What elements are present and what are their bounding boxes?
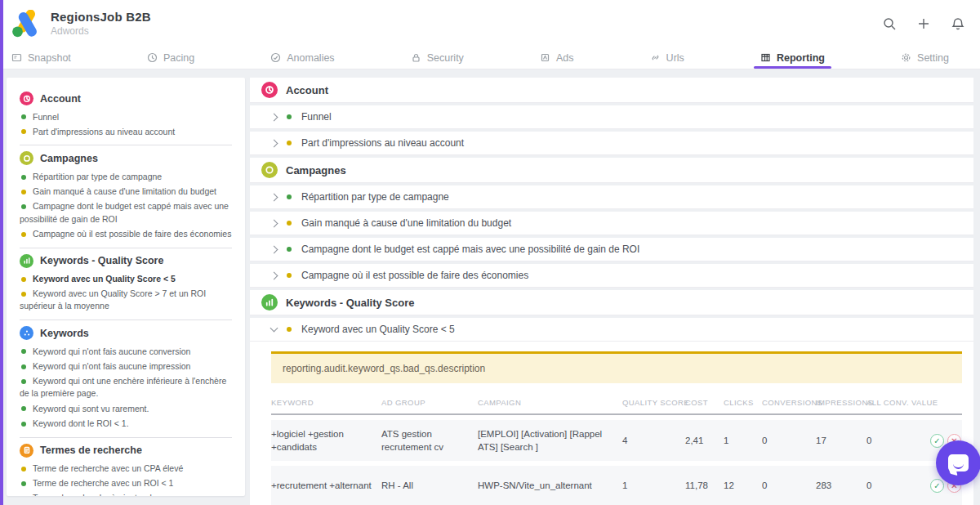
sidebar-item-economies[interactable]: Campagne où il est possible de faire des… (20, 226, 232, 241)
column-header-quality-score: QUALITY SCORE (622, 398, 685, 407)
quality-score-icon (20, 254, 33, 268)
bullet-icon (21, 364, 26, 369)
tab-security[interactable]: Security (408, 47, 467, 69)
cell-keyword: +logiciel +gestion +candidats (271, 427, 381, 454)
bullet-icon (21, 422, 26, 427)
report-row-budget-cappe[interactable]: Campagne dont le budget est cappé mais a… (250, 238, 973, 261)
search-icon[interactable] (882, 16, 897, 31)
bullet-icon (21, 467, 26, 471)
section-header-campagnes: Campagnes (250, 158, 973, 183)
chevron-right-icon[interactable] (270, 271, 278, 279)
cell-campaign: [EMPLOI] [Activation] [Rappel ATS] [Sear… (478, 427, 622, 454)
tab-setting[interactable]: Setting (898, 47, 952, 69)
bullet-icon (21, 379, 26, 384)
tab-snapshot[interactable]: Snapshot (8, 47, 74, 69)
tab-label: Snapshot (28, 52, 71, 64)
column-header-clicks: CLICKS (724, 398, 762, 407)
section-header-keywords-quality-score: Keywords - Quality Score (250, 290, 973, 315)
sidebar-item-gain-manque[interactable]: Gain manqué à cause d'une limitation du … (20, 185, 232, 199)
campaigns-icon (261, 162, 278, 178)
sidebar-section-campagnes: Campagnes Répartition par type de campag… (20, 145, 232, 248)
tab-label: Urls (666, 52, 684, 64)
sidebar-item-kw-no-conversion[interactable]: Keyword qui n'ont fais aucune conversion (20, 344, 232, 359)
sidebar-item-terme-roi[interactable]: Terme de recherche avec un ROI < 1 (20, 476, 232, 491)
sidebar-item-kw-roi[interactable]: Keyword dont le ROI < 1. (20, 416, 232, 431)
column-header-campaign: CAMPAIGN (478, 398, 622, 407)
sidebar-section-title: Termes de recherche (40, 445, 142, 456)
bullet-icon (21, 406, 26, 411)
sidebar-item-part-impressions[interactable]: Part d'impressions au niveau account (20, 124, 232, 139)
sidebar-item-funnel[interactable]: Funnel (20, 109, 232, 124)
tab-urls[interactable]: Urls (647, 47, 688, 69)
google-ads-logo-icon (11, 10, 42, 38)
bullet-icon (21, 232, 26, 237)
report-row-label: Campagne dont le budget est cappé mais a… (301, 244, 639, 255)
report-row-funnel[interactable]: Funnel (250, 105, 973, 129)
tab-pacing[interactable]: Pacing (144, 47, 198, 69)
chat-bubble-icon (948, 454, 969, 471)
section-title: Account (286, 84, 328, 96)
chevron-right-icon[interactable] (270, 245, 278, 253)
tab-label: Setting (917, 52, 949, 64)
report-row-label: Funnel (301, 111, 332, 123)
anomalies-icon (270, 52, 281, 63)
bullet-icon (287, 247, 292, 252)
left-accent-strip (0, 0, 3, 505)
report-row-repartition[interactable]: Répartition par type de campagne (250, 185, 973, 209)
cell-conversions: 0 (762, 479, 816, 492)
notifications-icon[interactable] (951, 16, 965, 31)
section-title: Keywords - Quality Score (286, 297, 415, 309)
report-row-label: Gain manqué à cause d'une limitation du … (301, 217, 511, 229)
tab-ads[interactable]: Ads (537, 47, 577, 69)
sidebar-item-kw-enchere[interactable]: Keyword qui ont une enchère inférieure à… (20, 374, 232, 401)
chevron-right-icon[interactable] (270, 113, 278, 121)
search-terms-icon (20, 444, 33, 458)
keywords-icon (20, 326, 33, 340)
bullet-icon (287, 221, 292, 226)
chevron-right-icon[interactable] (270, 139, 278, 147)
setting-icon (901, 52, 911, 63)
cell-quality-score: 4 (622, 434, 685, 447)
chevron-right-icon[interactable] (270, 193, 278, 201)
bullet-icon (287, 273, 292, 278)
sidebar-item-kw-no-impression[interactable]: Keyword qui n'ont fais aucune impression (20, 359, 232, 373)
ads-icon (540, 52, 550, 63)
report-row-gain-manque[interactable]: Gain manqué à cause d'une limitation du … (250, 212, 973, 235)
chevron-right-icon[interactable] (270, 219, 278, 227)
sidebar-item-budget-cappe[interactable]: Campagne dont le budget est cappé mais a… (20, 199, 232, 226)
account-title: RegionsJob B2B (51, 10, 151, 24)
sidebar-item-repartition[interactable]: Répartition par type de campagne (20, 169, 232, 184)
sidebar-section-title: Keywords (40, 328, 89, 339)
chat-widget-button[interactable] (936, 440, 980, 485)
approve-icon[interactable]: ✓ (930, 434, 944, 448)
sidebar-item-terme-cpa[interactable]: Terme de recherche avec un CPA élevé (20, 462, 232, 476)
sidebar-item-terme-ajouter[interactable]: Terme de recherche à ajouter dans vos ca… (20, 491, 232, 496)
chevron-down-icon[interactable] (270, 324, 278, 333)
alert-banner: reporting.audit.keyword_qs.bad_qs.descri… (271, 351, 962, 383)
account-icon (20, 92, 33, 105)
column-header-conversions: CONVERSIONS (762, 398, 816, 407)
security-icon (411, 52, 421, 63)
nav-tabs: Snapshot Pacing Anomalies Security Ads U… (0, 47, 980, 69)
sidebar-item-qs-sup-7[interactable]: Keyword avec un Quality Score > 7 et un … (20, 287, 232, 314)
tab-anomalies[interactable]: Anomalies (267, 47, 337, 69)
tab-reporting[interactable]: Reporting (757, 47, 828, 69)
approve-icon[interactable]: ✓ (930, 479, 944, 493)
cell-keyword: +recrutement +alternant (271, 479, 381, 492)
bullet-icon (287, 141, 292, 145)
cell-campaign: HWP-SN/Vite_un_alternant (478, 479, 622, 492)
quality-score-icon (261, 294, 278, 311)
app-header: RegionsJob B2B Adwords (0, 0, 980, 47)
account-subtitle: Adwords (51, 25, 151, 37)
tab-label: Reporting (777, 52, 825, 64)
cell-impressions: 17 (816, 434, 866, 447)
report-row-qs-inf-5[interactable]: Keyword avec un Quality Score < 5 (250, 318, 973, 342)
add-icon[interactable] (916, 16, 931, 31)
section-header-account: Account (250, 78, 973, 103)
report-row-economies[interactable]: Campagne où il est possible de faire des… (250, 264, 973, 288)
report-row-label: Répartition par type de campagne (301, 191, 449, 203)
sidebar-item-kw-rarement[interactable]: Keyword qui sont vu rarement. (20, 401, 232, 416)
bullet-icon (21, 204, 26, 209)
sidebar-item-qs-inf-5[interactable]: Keyword avec un Quality Score < 5 (20, 272, 232, 287)
report-row-part-impressions[interactable]: Part d'impressions au niveau account (250, 132, 973, 155)
